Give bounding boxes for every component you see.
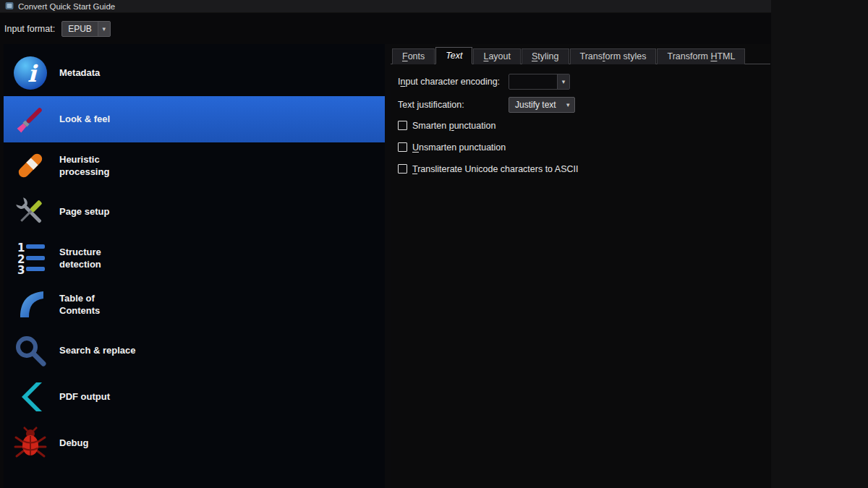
encoding-select[interactable]: ▾	[509, 74, 570, 90]
info-icon: i	[13, 56, 48, 90]
numbered-list-icon: 1 2 3	[13, 241, 48, 275]
sidebar-item-label: PDF output	[59, 390, 110, 403]
tabbar: Fonts Text Layout Styling Transform styl…	[391, 47, 770, 64]
sidebar-item-structure-detection[interactable]: 1 2 3 Structure detection	[4, 235, 385, 281]
tab-layout[interactable]: Layout	[473, 48, 521, 64]
brush-icon	[13, 102, 48, 137]
sidebar-item-label: Debug	[59, 437, 88, 449]
tab-styling[interactable]: Styling	[522, 48, 569, 64]
encoding-label: Input character encoding:	[398, 77, 509, 87]
convert-dialog: Convert Quick Start Guide Input format: …	[0, 0, 771, 488]
sidebar: i Metadata	[4, 44, 385, 488]
sidebar-item-pdf-output[interactable]: PDF output	[4, 374, 385, 420]
sidebar-item-label: Search & replace	[59, 344, 136, 356]
sidebar-item-label: Metadata	[59, 67, 100, 79]
titlebar: Convert Quick Start Guide	[0, 0, 771, 13]
checkbox-transliterate-unicode[interactable]	[398, 164, 407, 174]
sidebar-item-table-of-contents[interactable]: Table of Contents	[4, 281, 385, 328]
input-format-value: EPUB	[62, 24, 98, 34]
sidebar-item-label: Table of Contents	[59, 292, 136, 317]
justification-select[interactable]: Justify text ▾	[509, 97, 575, 113]
input-format-row: Input format: EPUB ▾	[0, 13, 771, 44]
sidebar-item-label: Page setup	[59, 205, 109, 218]
unsmarten-punctuation-label: Unsmarten punctuation	[412, 142, 506, 153]
unsmarten-punctuation-row: Unsmarten punctuation	[398, 142, 770, 153]
smarten-punctuation-row: Smarten punctuation	[398, 120, 770, 131]
magnifier-icon	[13, 333, 48, 368]
sidebar-item-label: Heuristic processing	[59, 153, 136, 178]
justification-row: Text justification: Justify text ▾	[398, 97, 770, 113]
tab-text[interactable]: Text	[435, 47, 472, 64]
main-area: i Metadata	[4, 44, 770, 488]
tab-transform-html[interactable]: Transform HTML	[657, 48, 745, 64]
convert-window-icon	[5, 0, 14, 13]
desktop: Convert Quick Start Guide Input format: …	[0, 0, 868, 488]
tab-transform-styles[interactable]: Transform styles	[570, 48, 657, 64]
toc-swoosh-icon	[13, 287, 48, 322]
window-title: Convert Quick Start Guide	[18, 2, 115, 11]
settings-panel: Fonts Text Layout Styling Transform styl…	[391, 44, 770, 488]
tab-fonts[interactable]: Fonts	[392, 48, 435, 64]
sidebar-item-metadata[interactable]: i Metadata	[4, 50, 385, 96]
justification-value: Justify text	[509, 100, 562, 110]
heuristic-icon	[13, 148, 48, 183]
sidebar-item-debug[interactable]: Debug	[4, 420, 385, 466]
sidebar-item-look-and-feel[interactable]: Look & feel	[4, 96, 385, 142]
tools-icon	[13, 194, 48, 229]
transliterate-unicode-row: Transliterate Unicode characters to ASCI…	[398, 163, 770, 174]
svg-text:3: 3	[17, 264, 25, 275]
encoding-row: Input character encoding: ▾	[398, 74, 770, 90]
bug-icon	[13, 426, 48, 461]
smarten-punctuation-label: Smarten punctuation	[412, 121, 495, 131]
sidebar-item-heuristic-processing[interactable]: Heuristic processing	[4, 142, 385, 189]
sidebar-item-page-setup[interactable]: Page setup	[4, 189, 385, 235]
justification-label: Text justification:	[398, 100, 509, 110]
checkbox-smarten-punctuation[interactable]	[398, 121, 407, 130]
input-format-label: Input format:	[4, 24, 55, 34]
chevron-down-icon: ▾	[557, 74, 569, 89]
checkbox-unsmarten-punctuation[interactable]	[398, 142, 407, 152]
splitter	[385, 44, 391, 488]
text-tab-content: Input character encoding: ▾ Text justifi…	[391, 64, 770, 185]
sidebar-item-label: Structure detection	[59, 246, 136, 270]
transliterate-unicode-label: Transliterate Unicode characters to ASCI…	[412, 164, 579, 174]
chevron-down-icon: ▾	[562, 98, 574, 112]
input-format-select[interactable]: EPUB ▾	[61, 21, 111, 37]
chevron-teal-icon	[13, 380, 48, 414]
sidebar-item-label: Look & feel	[59, 113, 110, 125]
sidebar-item-search-and-replace[interactable]: Search & replace	[4, 328, 385, 374]
chevron-down-icon: ▾	[98, 22, 110, 36]
